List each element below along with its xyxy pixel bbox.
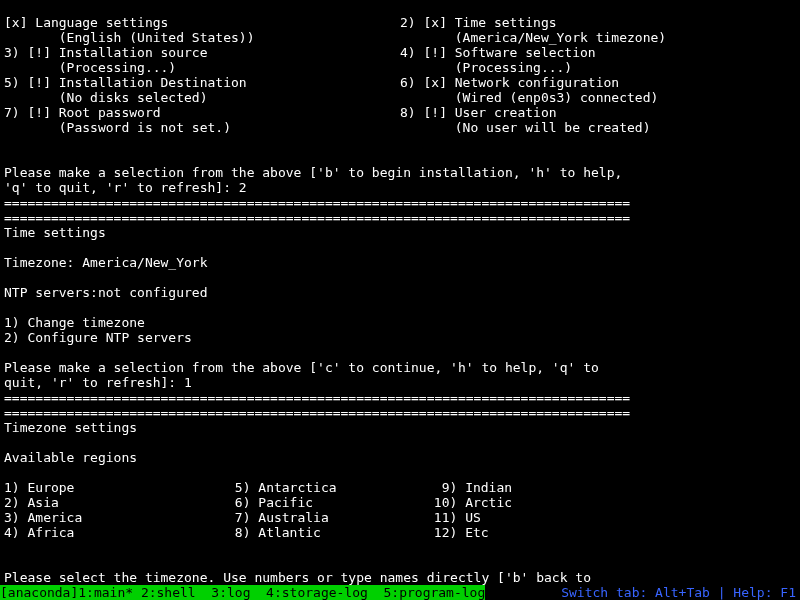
menu-item-label: Installation source [59,45,208,60]
menu-item-label: Installation Destination [59,75,247,90]
region-option[interactable]: 10) Arctic [434,495,512,510]
blank-line [0,555,800,570]
time-settings-heading: Time settings [0,225,800,240]
selection-prompt-3-line1: Please select the timezone. Use numbers … [0,570,800,585]
rule-1b: ========================================… [0,210,800,225]
menu-item-4-sub: (Processing...) [400,60,572,75]
blank-line [0,345,800,360]
menu-item-8[interactable]: 8) [!] User creation [400,105,557,120]
status-bar-tabs[interactable]: [anaconda]1:main* 2:shell 3:log 4:storag… [0,585,485,600]
menu-item-4[interactable]: 4) [!] Software selection [400,45,596,60]
menu-item-5[interactable]: 5) [!] Installation Destination [4,75,247,90]
selection-prompt-1-line2[interactable]: 'q' to quit, 'r' to refresh]: 2 [0,180,800,195]
menu-item-status-mark: [!] [423,105,446,120]
menu-col-right: 2) [x] Time settings (America/New_York t… [400,0,800,150]
menu-item-2-sub: (America/New_York timezone) [400,30,666,45]
menu-item-label: Language settings [35,15,168,30]
menu-item-5-sub: (No disks selected) [4,90,208,105]
region-list: 1) Europe 2) Asia 3) America 4) Africa 5… [0,465,800,555]
menu-item-1[interactable]: [x] Language settings [4,15,168,30]
menu-item-status-mark: [x] [423,15,446,30]
menu-item-3-sub: (Processing...) [4,60,176,75]
menu-col-left: [x] Language settings (English (United S… [0,0,400,150]
status-bar-gap [485,585,561,600]
rule-2b: ========================================… [0,405,800,420]
option-change-timezone[interactable]: 1) Change timezone [0,315,800,330]
blank-line [0,240,800,255]
timezone-value: Timezone: America/New_York [0,255,800,270]
blank-line [0,150,800,165]
region-option[interactable]: 3) America [4,510,82,525]
timezone-settings-heading: Timezone settings [0,420,800,435]
menu-item-7[interactable]: 7) [!] Root password [4,105,161,120]
menu-item-status-mark: [!] [27,45,50,60]
region-option[interactable]: 12) Etc [434,525,489,540]
blank-line [0,300,800,315]
region-option[interactable]: 8) Atlantic [235,525,321,540]
blank-line [0,435,800,450]
menu-item-label: Root password [59,105,161,120]
region-option[interactable]: 11) US [434,510,481,525]
ntp-value: NTP servers:not configured [0,285,800,300]
rule-1a: ========================================… [0,195,800,210]
region-option[interactable]: 5) Antarctica [235,480,337,495]
menu-item-status-mark: [!] [423,45,446,60]
available-regions-label: Available regions [0,450,800,465]
menu-item-status-mark: [!] [27,75,50,90]
region-option[interactable]: 6) Pacific [235,495,313,510]
selection-prompt-2-line1: Please make a selection from the above [… [0,360,800,375]
menu-item-status-mark: [x] [4,15,27,30]
menu-item-6[interactable]: 6) [x] Network configuration [400,75,619,90]
region-col-a: 1) Europe 2) Asia 3) America 4) Africa [4,465,235,555]
selection-prompt-1-line1: Please make a selection from the above [… [0,165,800,180]
menu-item-2[interactable]: 2) [x] Time settings [400,15,557,30]
region-col-c: 9) Indian 10) Arctic 11) US 12) Etc [434,465,800,555]
rule-2a: ========================================… [0,390,800,405]
installer-menu: [x] Language settings (English (United S… [0,0,800,150]
status-bar: [anaconda]1:main* 2:shell 3:log 4:storag… [0,585,800,600]
menu-item-label: Network configuration [455,75,619,90]
region-option[interactable]: 9) Indian [434,480,512,495]
region-option[interactable]: 1) Europe [4,480,74,495]
menu-item-7-sub: (Password is not set.) [4,120,231,135]
menu-item-8-sub: (No user will be created) [400,120,650,135]
menu-item-3[interactable]: 3) [!] Installation source [4,45,208,60]
terminal-screen: [x] Language settings (English (United S… [0,0,800,600]
region-col-b: 5) Antarctica 6) Pacific 7) Australia 8)… [235,465,434,555]
menu-item-6-sub: (Wired (enp0s3) connected) [400,90,658,105]
status-bar-help: Switch tab: Alt+Tab | Help: F1 [561,585,800,600]
menu-item-label: Time settings [455,15,557,30]
menu-item-label: User creation [455,105,557,120]
menu-item-1-sub: (English (United States)) [4,30,254,45]
selection-prompt-2-line2[interactable]: quit, 'r' to refresh]: 1 [0,375,800,390]
option-configure-ntp[interactable]: 2) Configure NTP servers [0,330,800,345]
region-option[interactable]: 7) Australia [235,510,329,525]
blank-line [0,270,800,285]
menu-item-status-mark: [x] [423,75,446,90]
menu-item-status-mark: [!] [27,105,50,120]
menu-item-label: Software selection [455,45,596,60]
region-option[interactable]: 2) Asia [4,495,59,510]
region-option[interactable]: 4) Africa [4,525,74,540]
